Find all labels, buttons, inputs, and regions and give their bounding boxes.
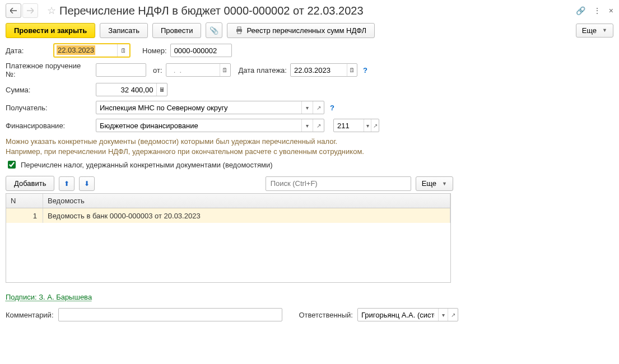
from-date-field[interactable]: [166, 63, 231, 77]
payment-order-input[interactable]: [96, 64, 146, 76]
favorite-icon[interactable]: ☆: [47, 4, 56, 17]
move-up-button[interactable]: ⬆: [59, 176, 75, 191]
financing-field[interactable]: [96, 119, 324, 132]
open-icon[interactable]: [313, 119, 324, 132]
financing-label: Финансирование:: [6, 122, 92, 130]
back-button[interactable]: [6, 3, 21, 18]
forward-button[interactable]: [22, 3, 38, 18]
number-label: Номер:: [142, 46, 167, 55]
recipient-input[interactable]: [96, 101, 301, 114]
date-field[interactable]: 22.03.2023: [54, 44, 130, 57]
hint-line2: Например, при перечислении НДФЛ, удержан…: [6, 147, 613, 157]
svg-rect-1: [238, 27, 241, 29]
responsible-label: Ответственный:: [299, 311, 353, 319]
payment-order-label: Платежное поручение №:: [6, 62, 92, 78]
move-down-button[interactable]: ⬇: [79, 176, 95, 191]
svg-rect-2: [238, 31, 241, 34]
cell-number: 1: [6, 208, 43, 223]
recipient-label: Получатель:: [6, 104, 92, 112]
date-label: Дата:: [6, 46, 50, 55]
open-icon[interactable]: [448, 309, 458, 321]
table-more-label: Еще: [422, 179, 436, 188]
table-header: N Ведомость: [6, 194, 450, 208]
payment-date-label: Дата платежа:: [239, 66, 287, 74]
more-vertical-icon[interactable]: ⋮: [593, 6, 601, 15]
col-number-header[interactable]: N: [6, 194, 43, 208]
registry-button[interactable]: Реестр перечисленных сумм НДФЛ: [227, 23, 375, 38]
documents-table: N Ведомость 1 Ведомость в банк 0000-0000…: [6, 193, 451, 283]
number-input[interactable]: [171, 44, 231, 57]
dropdown-icon[interactable]: [301, 119, 313, 132]
calculator-icon[interactable]: [156, 83, 167, 96]
payment-date-field[interactable]: [290, 63, 357, 77]
page-title: Перечисление НДФЛ в бюджет 0000-000002 о…: [59, 4, 576, 17]
post-button[interactable]: Провести: [152, 23, 202, 38]
checkbox-label: Перечислен налог, удержанный конкретными…: [21, 161, 273, 169]
dropdown-icon[interactable]: [301, 101, 313, 114]
chevron-down-icon: ▼: [442, 181, 447, 186]
registry-label: Реестр перечисленных сумм НДФЛ: [246, 26, 366, 35]
payment-date-input[interactable]: [291, 64, 347, 76]
search-input[interactable]: [266, 177, 411, 190]
comment-label: Комментарий:: [6, 311, 54, 319]
save-button[interactable]: Записать: [100, 23, 148, 38]
from-label: от:: [153, 66, 162, 74]
chevron-down-icon: ▼: [602, 27, 607, 33]
payment-order-field[interactable]: [96, 63, 146, 77]
arrow-down-icon: ⬇: [84, 180, 90, 188]
search-field[interactable]: [266, 176, 411, 191]
kosgu-field[interactable]: [333, 119, 379, 132]
arrow-up-icon: ⬆: [64, 180, 69, 188]
table-more-button[interactable]: Еще▼: [416, 176, 453, 191]
kosgu-input[interactable]: [334, 119, 364, 132]
comment-input[interactable]: [59, 309, 282, 321]
responsible-input[interactable]: [358, 309, 438, 321]
more-label: Еще: [582, 26, 597, 35]
hint-text: Можно указать конкретные документы (ведо…: [6, 137, 613, 157]
signatures-link[interactable]: Подписи: З. А. Барышева: [6, 293, 92, 301]
help-icon[interactable]: ?: [328, 104, 337, 112]
printer-icon: [235, 26, 243, 34]
cell-document: Ведомость в банк 0000-000003 от 20.03.20…: [43, 208, 450, 223]
comment-field[interactable]: [58, 308, 282, 321]
specific-documents-checkbox[interactable]: [8, 161, 16, 169]
number-field[interactable]: [170, 44, 232, 57]
close-icon[interactable]: ×: [609, 6, 613, 15]
calendar-icon[interactable]: [117, 44, 129, 57]
attach-button[interactable]: 📎: [206, 22, 222, 38]
calendar-icon[interactable]: [347, 64, 357, 76]
dropdown-icon[interactable]: [364, 119, 371, 132]
table-row[interactable]: 1 Ведомость в банк 0000-000003 от 20.03.…: [6, 208, 450, 223]
paperclip-icon: 📎: [210, 26, 218, 35]
open-icon[interactable]: [313, 101, 324, 114]
open-icon[interactable]: [371, 119, 379, 132]
date-value: 22.03.2023: [57, 45, 95, 55]
link-icon[interactable]: 🔗: [576, 6, 585, 15]
post-and-close-button[interactable]: Провести и закрыть: [6, 23, 95, 38]
more-button[interactable]: Еще▼: [576, 24, 613, 38]
amount-label: Сумма:: [6, 86, 92, 94]
help-icon[interactable]: ?: [361, 66, 370, 74]
from-date-input[interactable]: [166, 64, 220, 76]
recipient-field[interactable]: [96, 101, 324, 114]
col-document-header[interactable]: Ведомость: [43, 194, 450, 208]
amount-input[interactable]: [96, 83, 156, 96]
add-button[interactable]: Добавить: [6, 176, 54, 191]
responsible-field[interactable]: [357, 308, 458, 321]
amount-field[interactable]: [96, 83, 167, 96]
hint-line1: Можно указать конкретные документы (ведо…: [6, 137, 613, 147]
dropdown-icon[interactable]: [438, 309, 448, 321]
calendar-icon[interactable]: [220, 64, 230, 76]
financing-input[interactable]: [96, 119, 301, 132]
